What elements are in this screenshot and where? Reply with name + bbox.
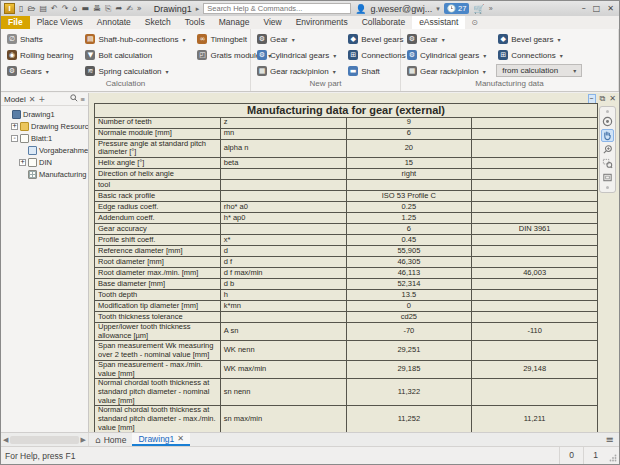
new-file-icon[interactable]: ▯ (19, 4, 23, 13)
menu-tab-collaborate[interactable]: Collaborate (355, 16, 412, 29)
home-icon[interactable]: ⌂ (72, 4, 77, 13)
gears-icon: ⚙ (7, 66, 17, 76)
measure-icon[interactable]: ▬ (81, 4, 89, 13)
redo-icon[interactable]: ↷ (62, 4, 69, 13)
resize-grip-icon[interactable] (607, 447, 619, 464)
table-title: Manufacturing data for gear (external) (95, 104, 598, 118)
scrollbar-track[interactable] (10, 436, 78, 444)
user-avatar-icon[interactable]: 👤 (355, 4, 366, 14)
sketch-icon[interactable]: ✍ (126, 4, 133, 13)
zoom-all-icon[interactable] (601, 171, 614, 184)
menu-tab-view[interactable]: View (256, 16, 288, 29)
zoom-icon[interactable] (601, 143, 614, 156)
menu-tab-sketch[interactable]: Sketch (138, 16, 178, 29)
open-icon[interactable]: 🗁 (27, 4, 35, 13)
row-value-2 (472, 128, 598, 139)
undo-icon[interactable]: ↶ (51, 4, 58, 13)
user-name[interactable]: g.weser@gwj... (371, 4, 433, 14)
button-gear-rack-pinion[interactable]: ▦Gear rack/pinion▾ (405, 64, 488, 78)
browser-close-icon[interactable]: ✕ (29, 95, 36, 104)
button-rolling-bearing[interactable]: ◉Rolling bearing (5, 48, 75, 62)
save-icon[interactable]: ▤ (39, 4, 47, 13)
button-gear[interactable]: ⚙Gear▾ (255, 32, 338, 46)
folder-icon (20, 122, 29, 131)
table-row: Edge radius coeff.rho* a00.25 (95, 201, 598, 212)
tree-item-din[interactable]: +DIN (1, 156, 88, 168)
window-maximize-button[interactable]: □ (593, 4, 601, 13)
button-gears[interactable]: ⚙Gears▾ (5, 64, 75, 78)
row-symbol (220, 168, 346, 179)
ribbon-item-label: Timingbelt (210, 35, 247, 44)
button-shaft-hub-connections[interactable]: ▤Shaft-hub-connections▾ (83, 32, 187, 46)
chevron-down-icon: ▾ (182, 36, 185, 43)
scroll-right-icon[interactable]: ▶ (81, 436, 86, 444)
navbar-handle-icon[interactable] (606, 186, 609, 189)
scroll-left-icon[interactable]: ◀ (3, 436, 8, 444)
menu-tab-environments[interactable]: Environments (289, 16, 355, 29)
row-label: Addendum coeff. (95, 212, 221, 223)
browser-horizontal-scrollbar[interactable]: ◀ ▶ (1, 433, 89, 446)
ribbon-group-label: New part (251, 78, 400, 91)
tree-item-drawing-resources[interactable]: +Drawing Resources (1, 120, 88, 132)
tab-drawing1[interactable]: Drawing1 ✕ (132, 433, 190, 446)
print-icon[interactable]: 🖶 (93, 4, 101, 13)
window-close-button[interactable]: ✕ (607, 4, 614, 13)
doc-close-icon[interactable]: ✕ (609, 94, 616, 104)
tree-expander-icon[interactable]: + (11, 123, 18, 130)
drawing-canvas[interactable]: – ⧉ ✕ Manufacturing data for gear (exter… (89, 93, 619, 432)
menu-tab-place-views[interactable]: Place Views (30, 16, 90, 29)
ribbon-display-options-icon[interactable]: ⊙ (465, 16, 484, 29)
tab-list-menu-icon[interactable]: ≡ (606, 434, 614, 445)
tree-item-blatt-1[interactable]: -Blatt:1 (1, 132, 88, 144)
window-minimize-button[interactable]: – (582, 4, 586, 13)
model-browser-panel: Model ✕ + ≡ Drawing1+Drawing Resources-B… (1, 93, 89, 432)
doc-title-caret-icon[interactable]: ▸ (196, 5, 200, 13)
row-value-2 (472, 256, 598, 267)
button-cylindrical-gears[interactable]: ⚙Cylindrical gears▾ (255, 48, 338, 62)
zoom-window-icon[interactable] (601, 157, 614, 170)
tree-item-manufacturing-data[interactable]: Manufacturing data (1, 168, 88, 180)
user-dropdown-icon[interactable]: ▾ (436, 5, 440, 13)
row-value-2 (472, 278, 598, 289)
browser-add-icon[interactable]: + (39, 95, 46, 104)
tab-close-icon[interactable]: ✕ (177, 434, 184, 443)
tree-expander-icon[interactable]: + (19, 159, 26, 166)
search-input[interactable] (203, 3, 351, 14)
spring-icon: ≋ (85, 66, 95, 76)
notification-badge[interactable]: 🕒27 (444, 3, 470, 14)
browser-search-icon[interactable] (70, 94, 78, 104)
doc-restore-icon[interactable]: ⧉ (600, 94, 606, 104)
button-gear[interactable]: ⚙Gear▾ (405, 32, 488, 46)
button-connections[interactable]: ⊞Connections▾ (496, 48, 582, 62)
inventor-app-icon[interactable]: I (4, 3, 15, 14)
menu-tab-file[interactable]: File (1, 16, 30, 29)
tree-item-drawing1[interactable]: Drawing1 (1, 108, 88, 120)
menu-tab-tools[interactable]: Tools (178, 16, 212, 29)
button-gear-rack-pinion[interactable]: ▦Gear rack/pinion▾ (255, 64, 338, 78)
button-bevel-gears[interactable]: ◆Bevel gears▾ (496, 32, 582, 46)
navigation-wheel-icon[interactable] (601, 115, 614, 128)
row-value-2 (472, 157, 598, 168)
titlebar-overflow-icon[interactable]: » (489, 5, 493, 12)
button-shafts[interactable]: ∅Shafts (5, 32, 75, 46)
menu-tab-eassistant[interactable]: eAssistant (412, 16, 465, 29)
tab-home[interactable]: ⌂ Home (89, 433, 132, 446)
copy-icon[interactable]: ⎘ (105, 4, 111, 14)
pan-hand-icon[interactable] (601, 129, 614, 142)
browser-menu-icon[interactable]: ≡ (81, 95, 85, 104)
row-symbol: WK nenn (220, 341, 346, 361)
menu-tab-manage[interactable]: Manage (212, 16, 257, 29)
tree-expander-icon[interactable]: - (11, 135, 18, 142)
row-symbol: h (220, 289, 346, 300)
button-spring-calculation[interactable]: ≋Spring calculation▾ (83, 64, 187, 78)
tree-item-vorgaberahmen[interactable]: Vorgaberahmen (1, 144, 88, 156)
overflow-icon[interactable]: » (137, 4, 142, 13)
button-bolt-calculation[interactable]: ▼Bolt calculation (83, 48, 187, 62)
navbar-handle-icon[interactable] (606, 110, 609, 113)
menu-tab-annotate[interactable]: Annotate (90, 16, 138, 29)
row-symbol: sn nenn (220, 379, 346, 406)
button-cylindrical-gears[interactable]: ⚙Cylindrical gears▾ (405, 48, 488, 62)
dropdown-from-calculation[interactable]: from calculation▾ (496, 64, 582, 77)
store-cart-icon[interactable]: 🛒 (473, 4, 484, 14)
forward-icon[interactable]: ➦ (115, 4, 122, 13)
